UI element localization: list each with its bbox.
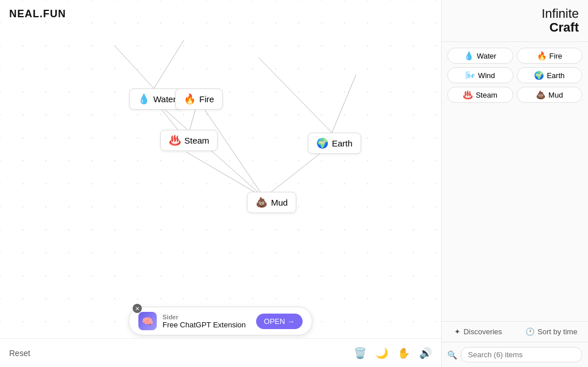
water-label: Water bbox=[153, 94, 176, 104]
svg-line-7 bbox=[332, 75, 356, 133]
hand-icon[interactable]: ✋ bbox=[397, 347, 410, 360]
mud-label: Mud bbox=[271, 198, 288, 207]
canvas-element-fire[interactable]: 🔥 Fire bbox=[175, 88, 223, 110]
sound-icon[interactable]: 🔊 bbox=[419, 347, 432, 360]
pill-label: Water bbox=[477, 52, 496, 60]
discoveries-label: Discoveries bbox=[463, 327, 502, 336]
pill-emoji: 🌬️ bbox=[465, 71, 475, 80]
moon-icon[interactable]: 🌙 bbox=[376, 347, 388, 360]
clock-icon: 🕐 bbox=[525, 327, 535, 336]
sidebar: Infinite Craft 💧Water🔥Fire🌬️Wind🌍Earth♨️… bbox=[441, 0, 588, 367]
sidebar-pill-mud[interactable]: 💩Mud bbox=[517, 87, 583, 103]
ad-banner: ✕ 🧠 Sider Free ChatGPT Extension OPEN → bbox=[129, 307, 312, 335]
ad-text: Sider Free ChatGPT Extension bbox=[163, 314, 250, 329]
pill-label: Steam bbox=[475, 91, 497, 99]
mud-emoji: 💩 bbox=[256, 196, 268, 208]
bottom-icons: 🗑️ 🌙 ✋ 🔊 bbox=[354, 347, 432, 360]
svg-line-6 bbox=[258, 57, 332, 133]
ad-open-button[interactable]: OPEN → bbox=[256, 314, 303, 329]
canvas-element-steam[interactable]: ♨️ Steam bbox=[160, 130, 218, 151]
infinite-craft-logo: Infinite Craft bbox=[541, 7, 579, 34]
logo-text: NEAL.FUN bbox=[9, 8, 66, 20]
search-icon: 🔍 bbox=[447, 350, 457, 360]
ad-icon: 🧠 bbox=[138, 312, 157, 330]
canvas-element-earth[interactable]: 🌍 Earth bbox=[308, 133, 361, 154]
steam-label: Steam bbox=[184, 136, 209, 145]
earth-label: Earth bbox=[332, 138, 353, 148]
steam-emoji: ♨️ bbox=[169, 134, 181, 146]
ad-close-button[interactable]: ✕ bbox=[133, 304, 142, 313]
pill-label: Mud bbox=[548, 91, 563, 99]
svg-line-9 bbox=[154, 40, 184, 88]
water-emoji: 💧 bbox=[138, 93, 150, 105]
pill-label: Fire bbox=[550, 52, 562, 60]
sidebar-bottom: ✦ Discoveries 🕐 Sort by time 🔍 bbox=[442, 321, 588, 367]
pill-emoji: 💧 bbox=[464, 51, 474, 60]
fire-emoji: 🔥 bbox=[184, 93, 196, 105]
sidebar-search: 🔍 bbox=[442, 342, 588, 367]
pill-emoji: 🔥 bbox=[537, 51, 547, 60]
sidebar-tabs: ✦ Discoveries 🕐 Sort by time bbox=[442, 322, 588, 342]
earth-emoji: 🌍 bbox=[316, 137, 328, 149]
canvas-element-mud[interactable]: 💩 Mud bbox=[247, 192, 296, 213]
reset-button[interactable]: Reset bbox=[9, 349, 30, 358]
sidebar-pill-fire[interactable]: 🔥Fire bbox=[517, 48, 583, 64]
pill-emoji: ♨️ bbox=[463, 90, 473, 99]
discoveries-tab[interactable]: ✦ Discoveries bbox=[442, 322, 515, 342]
discoveries-icon: ✦ bbox=[454, 327, 461, 336]
svg-line-2 bbox=[187, 152, 264, 198]
craft-text: Craft bbox=[541, 21, 579, 34]
sidebar-header: Infinite Craft bbox=[442, 0, 588, 42]
pill-label: Wind bbox=[478, 71, 495, 80]
search-input[interactable] bbox=[461, 347, 582, 362]
sidebar-pill-earth[interactable]: 🌍Earth bbox=[517, 67, 583, 83]
ad-brand: Sider bbox=[163, 314, 250, 320]
sidebar-pill-wind[interactable]: 🌬️Wind bbox=[447, 67, 513, 83]
delete-icon[interactable]: 🗑️ bbox=[354, 347, 366, 360]
bottom-bar: Reset 🗑️ 🌙 ✋ 🔊 bbox=[0, 338, 441, 367]
ad-title: Free ChatGPT Extension bbox=[163, 320, 250, 329]
sidebar-pill-steam[interactable]: ♨️Steam bbox=[447, 87, 513, 103]
svg-line-8 bbox=[115, 46, 154, 88]
sort-by-time-label: Sort by time bbox=[537, 327, 577, 336]
pill-emoji: 💩 bbox=[536, 90, 546, 99]
fire-label: Fire bbox=[199, 94, 214, 104]
sort-by-time-tab[interactable]: 🕐 Sort by time bbox=[515, 322, 589, 342]
canvas-area[interactable]: NEAL.FUN 💧 Water 🔥 Fire ♨️ Steam 🌍 Eart bbox=[0, 0, 441, 367]
elements-grid: 💧Water🔥Fire🌬️Wind🌍Earth♨️Steam💩Mud bbox=[442, 42, 588, 106]
pill-label: Earth bbox=[547, 71, 564, 80]
infinite-text: Infinite bbox=[541, 7, 579, 21]
logo: NEAL.FUN bbox=[9, 8, 66, 20]
pill-emoji: 🌍 bbox=[534, 71, 544, 80]
element-list-area[interactable] bbox=[442, 106, 588, 321]
sidebar-pill-water[interactable]: 💧Water bbox=[447, 48, 513, 64]
